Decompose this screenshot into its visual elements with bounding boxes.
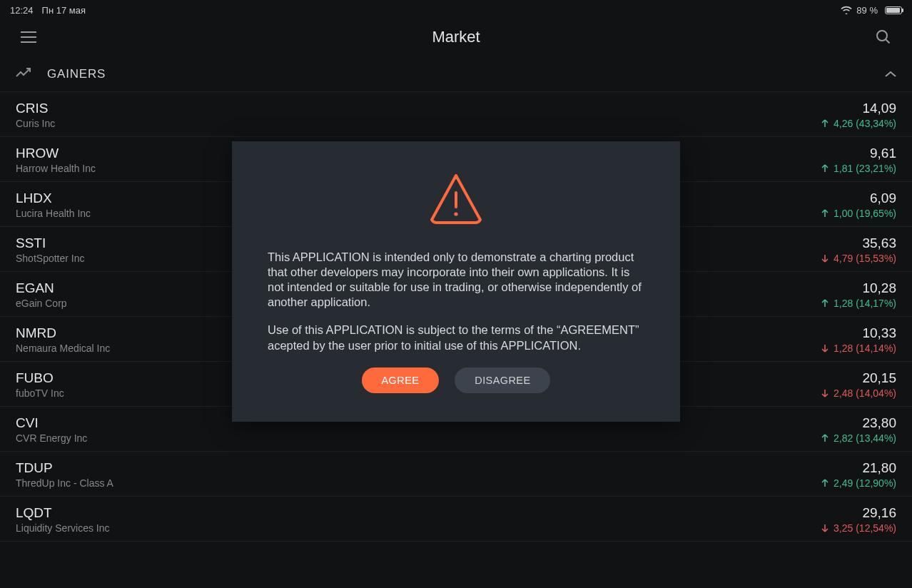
status-bar: 12:24 Пн 17 мая 89 %: [0, 0, 912, 17]
stock-price: 35,63: [862, 235, 896, 251]
warning-icon: [268, 173, 644, 225]
arrow-up-icon: [821, 119, 829, 128]
arrow-up-icon: [821, 479, 829, 487]
stock-row[interactable]: TDUPThredUp Inc - Class A21,802,49 (12,9…: [0, 452, 912, 497]
company-name: eGain Corp: [16, 298, 67, 309]
ticker-symbol: CRIS: [16, 101, 55, 116]
stock-row[interactable]: CRISCuris Inc14,094,26 (43,34%): [0, 92, 912, 137]
ticker-symbol: LQDT: [16, 505, 110, 521]
ticker-symbol: HROW: [16, 146, 96, 161]
section-label: GAINERS: [47, 67, 885, 81]
arrow-up-icon: [821, 434, 829, 442]
stock-price: 29,16: [862, 505, 896, 521]
company-name: fuboTV Inc: [16, 387, 64, 399]
arrow-down-icon: [821, 524, 829, 532]
change-value: 3,25 (12,54%): [834, 522, 896, 534]
ticker-symbol: LHDX: [16, 191, 91, 206]
change-value: 1,28 (14,17%): [834, 298, 896, 309]
svg-point-0: [877, 31, 887, 41]
disclaimer-modal: This APPLICATION is intended only to dem…: [232, 141, 680, 422]
price-change: 4,26 (43,34%): [821, 118, 896, 129]
change-value: 2,49 (12,90%): [834, 477, 896, 489]
status-date: Пн 17 мая: [42, 5, 86, 16]
battery-icon: [882, 6, 902, 14]
stock-price: 23,80: [862, 415, 896, 431]
modal-paragraph-2: Use of this APPLICATION is subject to th…: [268, 323, 644, 353]
stock-price: 10,33: [862, 325, 896, 341]
price-change: 1,28 (14,14%): [821, 343, 896, 354]
menu-button[interactable]: [19, 27, 39, 47]
arrow-up-icon: [821, 164, 829, 173]
arrow-down-icon: [821, 389, 829, 397]
price-change: 2,49 (12,90%): [821, 477, 896, 489]
company-name: Nemaura Medical Inc: [16, 343, 110, 354]
change-value: 1,28 (14,14%): [834, 343, 896, 354]
ticker-symbol: FUBO: [16, 370, 64, 386]
status-time: 12:24: [10, 5, 34, 16]
company-name: Curis Inc: [16, 118, 55, 129]
change-value: 2,82 (13,44%): [834, 432, 896, 444]
change-value: 1,00 (19,65%): [834, 208, 896, 219]
app-header: Market: [0, 17, 912, 57]
arrow-up-icon: [821, 299, 829, 308]
company-name: Harrow Health Inc: [16, 163, 96, 174]
company-name: Lucira Health Inc: [16, 208, 91, 219]
wifi-icon: [841, 6, 852, 14]
ticker-symbol: SSTI: [16, 235, 85, 251]
change-value: 4,79 (15,53%): [834, 253, 896, 264]
company-name: ShotSpotter Inc: [16, 253, 85, 264]
stock-price: 6,09: [870, 191, 896, 206]
price-change: 1,81 (23,21%): [821, 163, 896, 174]
battery-percent: 89 %: [856, 5, 878, 16]
price-change: 3,25 (12,54%): [821, 522, 896, 534]
arrow-down-icon: [821, 254, 829, 263]
arrow-down-icon: [821, 344, 829, 353]
price-change: 1,28 (14,17%): [821, 298, 896, 309]
price-change: 4,79 (15,53%): [821, 253, 896, 264]
search-button[interactable]: [873, 27, 893, 47]
change-value: 4,26 (43,34%): [834, 118, 896, 129]
modal-body: This APPLICATION is intended only to dem…: [268, 250, 644, 353]
page-title: Market: [432, 28, 480, 46]
trending-up-icon: [16, 68, 31, 81]
stock-price: 21,80: [862, 460, 896, 476]
stock-price: 9,61: [870, 146, 896, 161]
stock-price: 14,09: [862, 101, 896, 116]
ticker-symbol: NMRD: [16, 325, 110, 341]
svg-point-2: [454, 212, 457, 216]
price-change: 1,00 (19,65%): [821, 208, 896, 219]
stock-row[interactable]: LQDTLiquidity Services Inc29,163,25 (12,…: [0, 497, 912, 542]
section-header-gainers[interactable]: GAINERS: [0, 57, 912, 92]
company-name: ThredUp Inc - Class A: [16, 477, 113, 489]
ticker-symbol: TDUP: [16, 460, 113, 476]
chevron-up-icon[interactable]: [885, 68, 896, 81]
price-change: 2,82 (13,44%): [821, 432, 896, 444]
agree-button[interactable]: AGREE: [362, 368, 440, 393]
company-name: CVR Energy Inc: [16, 432, 87, 444]
modal-paragraph-1: This APPLICATION is intended only to dem…: [268, 250, 644, 310]
disagree-button[interactable]: DISAGREE: [455, 368, 550, 393]
arrow-up-icon: [821, 209, 829, 218]
stock-price: 20,15: [862, 370, 896, 386]
change-value: 2,48 (14,04%): [834, 387, 896, 399]
ticker-symbol: CVI: [16, 415, 87, 431]
price-change: 2,48 (14,04%): [821, 387, 896, 399]
stock-price: 10,28: [862, 280, 896, 296]
company-name: Liquidity Services Inc: [16, 522, 110, 534]
ticker-symbol: EGAN: [16, 280, 67, 296]
change-value: 1,81 (23,21%): [834, 163, 896, 174]
